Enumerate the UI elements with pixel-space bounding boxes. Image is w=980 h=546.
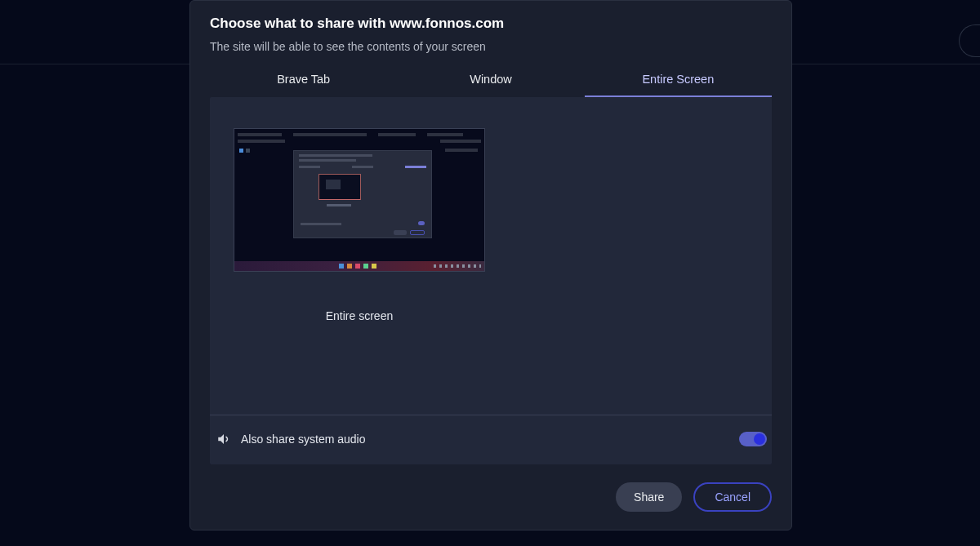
- share-source-tabs: Brave Tab Window Entire Screen: [190, 64, 791, 97]
- screen-option-label: Entire screen: [326, 309, 393, 322]
- share-audio-toggle[interactable]: [739, 432, 767, 446]
- edge-decoration: [959, 24, 980, 57]
- dialog-footer: Share Cancel: [190, 464, 791, 530]
- share-audio-row: Also share system audio: [210, 427, 772, 451]
- tab-brave-tab[interactable]: Brave Tab: [210, 64, 397, 97]
- dialog-header: Choose what to share with www.fonnos.com…: [190, 1, 791, 64]
- dialog-title: Choose what to share with www.fonnos.com: [210, 16, 772, 32]
- entire-screen-option[interactable]: Entire screen: [233, 128, 486, 322]
- speaker-icon: [216, 432, 231, 446]
- cancel-button[interactable]: Cancel: [693, 482, 772, 512]
- dialog-subtitle: The site will be able to see the content…: [210, 40, 772, 53]
- tab-window[interactable]: Window: [397, 64, 584, 97]
- share-button[interactable]: Share: [616, 482, 682, 512]
- pane-divider: [210, 415, 772, 415]
- share-screen-dialog: Choose what to share with www.fonnos.com…: [189, 0, 792, 530]
- screen-preview-thumbnail: [234, 128, 485, 272]
- tab-entire-screen[interactable]: Entire Screen: [585, 64, 772, 97]
- share-audio-label: Also share system audio: [241, 433, 739, 446]
- content-pane: Entire screen Also share system audio: [210, 97, 772, 464]
